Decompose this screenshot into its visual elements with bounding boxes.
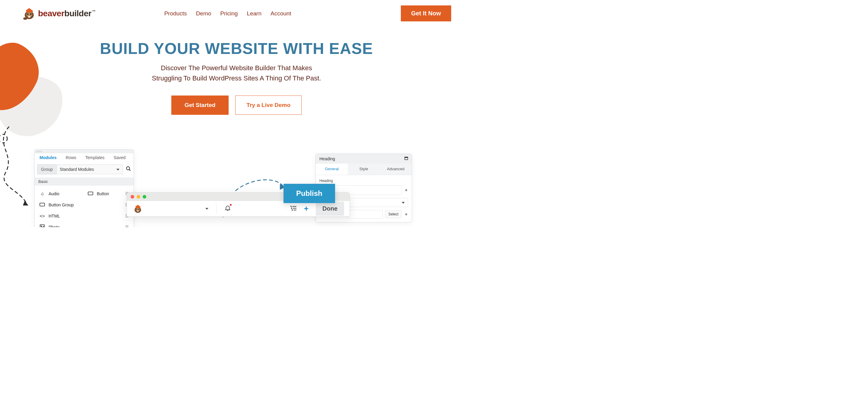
add-content-icon[interactable]: + — [304, 204, 309, 213]
module-button[interactable]: Button☰ — [84, 188, 132, 199]
nav-products[interactable]: Products — [164, 10, 187, 17]
main-nav: Products Demo Pricing Learn Account — [164, 10, 291, 17]
notification-bell-icon[interactable] — [224, 205, 231, 213]
hero-title: BUILD YOUR WEBSITE WITH EASE — [0, 39, 473, 58]
beaver-logo-small-icon[interactable] — [132, 203, 143, 214]
title-dropdown-icon[interactable] — [204, 206, 208, 212]
group-select[interactable]: Standard Modules — [56, 165, 123, 174]
search-icon[interactable] — [126, 166, 131, 173]
photo-icon — [39, 224, 45, 227]
done-button[interactable]: Done — [316, 202, 344, 216]
module-button-group[interactable]: Button Group☰ — [36, 199, 132, 210]
svg-rect-17 — [137, 211, 139, 211]
link-url-input[interactable] — [346, 210, 383, 218]
hero-subtitle: Discover The Powerful Website Builder Th… — [0, 63, 473, 83]
outline-icon[interactable] — [290, 205, 297, 213]
close-window-icon[interactable] — [131, 195, 134, 199]
chevron-down-icon — [115, 167, 119, 172]
svg-point-12 — [41, 226, 42, 227]
panel-title: Heading — [319, 157, 335, 161]
svg-rect-5 — [28, 16, 30, 18]
logo[interactable]: beaverbuilder™ — [22, 6, 95, 21]
svg-rect-10 — [40, 203, 44, 206]
divider — [216, 203, 217, 214]
module-photo[interactable]: Photo☰ — [36, 221, 132, 227]
nav-learn[interactable]: Learn — [247, 10, 261, 17]
hero: BUILD YOUR WEBSITE WITH EASE Discover Th… — [0, 39, 473, 115]
tab-advanced[interactable]: Advanced — [380, 164, 412, 175]
svg-point-15 — [136, 209, 137, 209]
tab-modules[interactable]: Modules — [39, 155, 57, 160]
select-link-button[interactable]: Select — [385, 210, 402, 218]
svg-point-7 — [126, 167, 130, 170]
heading-field-label: Heading — [319, 179, 408, 183]
get-it-now-button[interactable]: Get It Now — [401, 5, 451, 22]
get-started-button[interactable]: Get Started — [171, 96, 228, 115]
button-group-icon — [39, 202, 45, 207]
tab-saved[interactable]: Saved — [114, 155, 126, 160]
connect-field-icon[interactable]: ✦ — [404, 211, 408, 217]
maximize-window-icon[interactable] — [143, 195, 146, 199]
svg-point-22 — [292, 210, 292, 210]
nav-demo[interactable]: Demo — [196, 10, 211, 17]
panel-drag-handle[interactable] — [35, 150, 134, 153]
site-header: beaverbuilder™ Products Demo Pricing Lea… — [0, 0, 473, 22]
tab-general[interactable]: General — [316, 164, 348, 175]
svg-point-3 — [27, 13, 29, 15]
connect-field-icon[interactable]: ✦ — [404, 187, 408, 193]
tab-rows[interactable]: Rows — [66, 155, 76, 160]
html-icon: <> — [39, 213, 45, 218]
section-basic-label: Basic — [35, 177, 134, 185]
publish-button[interactable]: Publish — [283, 184, 335, 203]
svg-line-8 — [129, 169, 131, 171]
svg-rect-9 — [88, 192, 93, 195]
brand-text: beaverbuilder™ — [38, 9, 95, 19]
tab-templates[interactable]: Templates — [85, 155, 105, 160]
svg-point-20 — [291, 208, 292, 209]
svg-rect-25 — [405, 157, 408, 158]
beaver-logo-icon — [22, 6, 37, 21]
svg-point-6 — [23, 17, 27, 20]
module-audio[interactable]: ♫Audio — [36, 188, 84, 199]
try-demo-button[interactable]: Try a Live Demo — [235, 96, 302, 115]
svg-point-18 — [291, 206, 291, 207]
modules-panel: Modules Rows Templates Saved Group Stand… — [34, 149, 134, 227]
drag-icon: ☰ — [125, 225, 129, 227]
svg-point-16 — [138, 209, 140, 209]
group-label: Group — [37, 164, 56, 174]
builder-toolbar: + Done — [127, 201, 349, 217]
svg-point-4 — [30, 13, 32, 15]
audio-icon: ♫ — [39, 191, 45, 196]
nav-pricing[interactable]: Pricing — [220, 10, 238, 17]
tab-style[interactable]: Style — [348, 164, 380, 175]
button-icon — [88, 191, 93, 196]
chevron-down-icon — [400, 200, 405, 205]
maximize-panel-icon[interactable] — [404, 157, 408, 161]
nav-account[interactable]: Account — [271, 10, 291, 17]
module-html[interactable]: <>HTML☰ — [36, 210, 132, 221]
minimize-window-icon[interactable] — [136, 195, 140, 199]
